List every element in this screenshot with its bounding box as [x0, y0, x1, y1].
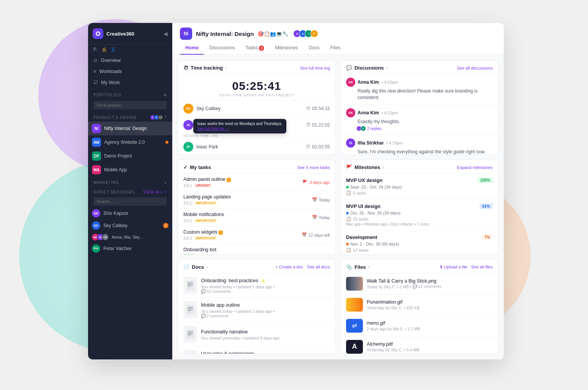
doc-name-onboarding: Onboarding: best practices !: [201, 277, 330, 284]
time-total-section: 05:25:41 TOTAL TIME SPENT ON THIS PROJEC…: [178, 74, 335, 100]
main-content: NI Nifty Internal: Design 🎯📋👥💻🔧 S A I P …: [172, 23, 504, 359]
docs-card: 📄 Docs › + Create a doc See all docs: [178, 259, 336, 354]
tab-files[interactable]: Files: [325, 42, 346, 55]
doc-item-functionality: Functionality narrative You viewed yeste…: [178, 322, 335, 346]
dm-section-label: DIRECT MESSAGES View all >: [88, 186, 172, 196]
docs-see-all-link[interactable]: See all docs: [307, 265, 330, 269]
sidebar-project-agency[interactable]: AW Agency Website 2.0: [88, 135, 172, 149]
tab-docs[interactable]: Docs: [303, 42, 325, 55]
task-sub-custom: 3.0.2 IMPORTANT: [183, 236, 223, 240]
file-thumb-menu: gif: [346, 319, 363, 333]
milestone-header-mvp-ux: MVP UX design 100%: [346, 177, 493, 183]
milestone-dates-dev: Nov. 1 - Dec. 30 (60 days): [346, 242, 493, 246]
add-portfolio-button[interactable]: +: [163, 92, 167, 98]
milestone-tasks-dev: 📋 12 tasks: [346, 247, 493, 252]
sidebar-item-overview[interactable]: ⊙ Overview: [88, 55, 172, 66]
tab-tasks[interactable]: Tasks8: [240, 42, 270, 55]
sidebar-project-mobile[interactable]: MA Mobile App: [88, 163, 172, 177]
milestone-mvp-ux: MVP UX design 100% Sept. 22 - Oct. 24 (3…: [341, 174, 498, 200]
dm-item-group[interactable]: AK IS +2 Anna, Illia, Sky...: [88, 232, 172, 242]
tab-home[interactable]: Home: [180, 42, 204, 55]
task-name-mobile: Mobile notifications: [183, 212, 224, 217]
files-icon: 📎: [346, 264, 352, 270]
tooltip-log-link[interactable]: See full time log →: [197, 127, 283, 131]
project-main-avatar: NI: [180, 28, 192, 40]
my-tasks-header: ✓ My tasks See 5 more tasks: [178, 160, 335, 174]
flag-icon-admin: 🚩: [302, 180, 308, 185]
disc-time-illia: • 4:15pm: [386, 141, 403, 145]
tab-milestones[interactable]: Milestones: [270, 42, 303, 55]
milestone-tags-mvp-ui: Mac app • Windows app • Docs refactor • …: [346, 222, 493, 226]
task-left-custom: Custom widgets ! 3.0.2 IMPORTANT: [183, 229, 223, 240]
dm-name-shiv: Shiv Kapoor: [103, 211, 128, 216]
tasks-icon-mvp-ux: 📋: [346, 190, 351, 195]
time-row-isaac: Isaac works the most on Mondays and Thur…: [178, 138, 335, 155]
svg-rect-9: [188, 310, 191, 311]
dm-search-input[interactable]: [93, 197, 167, 206]
search-icon[interactable]: 🔍: [93, 47, 98, 52]
dm-item-petar[interactable]: PV Petar Valchev: [88, 242, 172, 255]
svg-rect-3: [188, 283, 193, 283]
dm-view-all-link[interactable]: View all >: [143, 190, 167, 194]
sidebar-item-mywork[interactable]: ☑ My Work: [88, 77, 172, 88]
file-ext-menu: gif: [352, 323, 357, 328]
tab-discussions[interactable]: Discussions: [204, 42, 240, 55]
dm-avatar-sky: SC: [92, 221, 100, 230]
files-upload-link[interactable]: ⬆ Upload a file: [439, 265, 467, 270]
sidebar-collapse-button[interactable]: ◀: [163, 31, 168, 37]
disc-reply-avatars: I S: [358, 126, 366, 131]
content-area: ⏱ Time tracking › See full time log 05:2…: [172, 55, 504, 359]
file-meta-walktall: Today by Sky C. • 2 MB • 💬 12 comments: [367, 284, 493, 289]
top-bar: NI Nifty Internal: Design 🎯📋👥💻🔧 S A I P …: [172, 23, 504, 55]
dm-item-sky[interactable]: SC Sky Calibey 8: [88, 219, 172, 232]
project-search-input[interactable]: [93, 101, 167, 109]
notifications-icon[interactable]: 🔔: [101, 47, 107, 52]
tasks-badge: 8: [259, 46, 264, 51]
sidebar-item-workloads[interactable]: ≡ Workloads: [88, 66, 172, 77]
disc-name-anna1: Anna Kim: [358, 80, 379, 85]
dm-avatar-petar: PV: [92, 244, 100, 253]
time-tracking-title: ⏱ Time tracking ›: [183, 65, 227, 71]
task-left-admin: Admin panel outline ! 3.0.1 URGENT: [183, 177, 231, 188]
milestones-header: 🚩 Milestones › Expand milestones: [341, 160, 498, 174]
project-dot-NI: NI: [92, 124, 101, 133]
discussions-see-all-link[interactable]: See all discussions: [457, 66, 493, 70]
profile-icon[interactable]: 👤: [110, 47, 116, 52]
task-priority-mobile: IMPORTANT: [194, 218, 218, 223]
task-num-mobile: 3.0.1: [183, 219, 192, 223]
disc-header-illia: IS Illia Strikhar • 4:15pm: [346, 138, 493, 148]
file-initial-alchemy: A: [352, 343, 357, 351]
task-name-admin: Admin panel outline !: [183, 177, 231, 182]
doc-item-mobile-app: Mobile app outline You viewed today • Up…: [178, 298, 335, 322]
sidebar-search-bar: 🔍 🔔 👤: [88, 45, 172, 55]
milestone-header-mvp-ui: MVP UI design 61%: [346, 203, 493, 209]
sidebar-project-nifty[interactable]: NI Nifty Internal: Design: [88, 122, 172, 135]
docs-create-link[interactable]: + Create a doc: [276, 265, 303, 269]
docs-actions: + Create a doc See all docs: [276, 265, 330, 269]
files-see-all-link[interactable]: See all files: [471, 265, 493, 270]
disc-time-anna1: • 4:10pm: [381, 80, 398, 84]
task-date-landing: 📅 Today: [312, 197, 330, 202]
task-date-mobile: 📅 Today: [312, 215, 330, 220]
disc-text-illia: Sure, I'm checking everything against th…: [346, 149, 493, 155]
dm-item-shiv[interactable]: SK Shiv Kapoor: [88, 207, 172, 219]
time-tracking-header: ⏱ Time tracking › See full time log: [178, 60, 335, 74]
doc-icon-onboarding: [183, 277, 197, 294]
task-num-admin: 3.0.1: [183, 184, 192, 188]
tooltip-text: Isaac works the most on Mondays and Thur…: [197, 122, 283, 126]
file-info-puna: Punanimation.gif Yesterday by Sky C. • 4…: [367, 299, 493, 310]
app-logo: [93, 28, 103, 39]
project-name-AW: Agency Website 2.0: [104, 140, 145, 145]
milestones-expand-link[interactable]: Expand milestones: [457, 165, 493, 170]
time-tracking-see-all-link[interactable]: See full time log: [300, 66, 330, 70]
my-tasks-see-more-link[interactable]: See 5 more tasks: [297, 165, 330, 170]
docs-title-arrow: ›: [206, 265, 208, 269]
sidebar-project-demo[interactable]: DP Demo Project: [88, 149, 172, 163]
task-priority-landing: IMPORTANT: [194, 201, 218, 205]
svg-rect-2: [186, 281, 194, 290]
disc-icon: 💬: [346, 65, 352, 71]
project-emoji-icons: 🎯📋👥💻🔧: [258, 31, 288, 37]
disc-item-anna2: AK Anna Kim • 4:12pm Exactly my thoughts…: [341, 105, 498, 135]
dm-unread-badge: 8: [163, 223, 168, 228]
sidebar-label-overview: Overview: [101, 58, 121, 63]
